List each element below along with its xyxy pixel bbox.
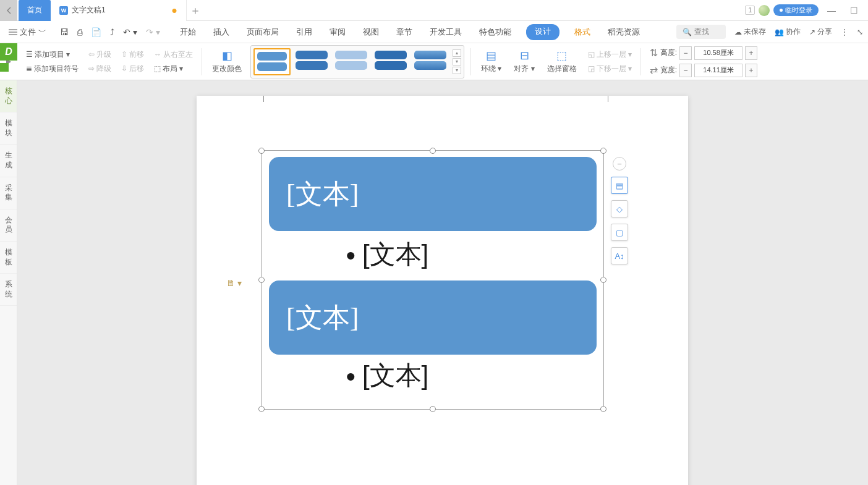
window-maximize[interactable]: ☐ bbox=[845, 6, 863, 15]
window-minimize[interactable]: — bbox=[822, 6, 841, 15]
add-bullet-button[interactable]: ≣ 添加项目符号 bbox=[26, 64, 79, 74]
smartart-block-2[interactable]: [文本] bbox=[269, 280, 597, 355]
smartart-bullet-2[interactable]: ●[文本] bbox=[346, 358, 428, 393]
move-down-button[interactable]: ⇩ 后移 bbox=[121, 64, 144, 74]
more-menu[interactable]: ⋮ bbox=[841, 28, 848, 36]
export-icon[interactable]: ⤴ bbox=[110, 27, 114, 37]
select-pane-button[interactable]: ⬚选择窗格 bbox=[543, 49, 581, 74]
smartart-bullet-1[interactable]: ●[文本] bbox=[346, 237, 428, 272]
new-tab-button[interactable]: ＋ bbox=[187, 3, 204, 18]
expand-icon[interactable]: ⤡ bbox=[857, 28, 863, 36]
wrap-tight-button[interactable]: ▢ bbox=[611, 224, 628, 241]
height-label: 高度: bbox=[660, 48, 677, 58]
resize-handle-sw[interactable] bbox=[258, 406, 265, 412]
width-label: 宽度: bbox=[660, 65, 677, 75]
change-color-button[interactable]: ◧ 更改颜色 bbox=[208, 49, 245, 74]
save-icon[interactable]: 🖫 bbox=[60, 27, 69, 37]
menu-特色功能[interactable]: 特色功能 bbox=[477, 24, 514, 40]
sidebar-item-0[interactable]: 核心 bbox=[0, 80, 17, 112]
gallery-scroll-0[interactable]: ▴ bbox=[453, 49, 461, 57]
unsaved-link[interactable]: ☁ 未保存 bbox=[734, 27, 766, 37]
app-logo[interactable]: D bbox=[0, 43, 17, 61]
wrap-behind-button[interactable]: A↕ bbox=[611, 247, 628, 264]
collab-link[interactable]: 👥 协作 bbox=[775, 27, 801, 37]
gallery-scroll-1[interactable]: ▾ bbox=[453, 58, 461, 65]
bring-forward-button[interactable]: ◱ 上移一层 ▾ bbox=[588, 49, 632, 60]
menu-稻壳资源[interactable]: 稻壳资源 bbox=[605, 24, 642, 40]
gallery-style-1[interactable] bbox=[253, 48, 291, 75]
canvas[interactable]: 🗎 ▾ [文本] ●[文本] [文本] ●[文本] − ▤ ◇ ▢ A↕ bbox=[17, 80, 868, 485]
wrap-button[interactable]: ▤环绕 ▾ bbox=[477, 49, 505, 74]
promote-button[interactable]: ⇦ 升级 bbox=[88, 49, 111, 60]
menu-开始[interactable]: 开始 bbox=[177, 24, 198, 40]
gallery-scroll-2[interactable]: ▾ bbox=[453, 67, 461, 74]
login-button[interactable]: 临时登录 bbox=[773, 4, 819, 16]
tab-document[interactable]: W 文字文稿1 ● bbox=[51, 0, 187, 21]
width-input[interactable] bbox=[694, 64, 742, 77]
menu-页面布局[interactable]: 页面布局 bbox=[244, 24, 281, 40]
share-link[interactable]: ↗ 分享 bbox=[809, 27, 832, 37]
collapse-button[interactable]: − bbox=[613, 157, 626, 171]
menu-插入[interactable]: 插入 bbox=[211, 24, 232, 40]
gallery-style-3[interactable] bbox=[333, 48, 370, 75]
print-preview-icon[interactable]: ⎙ bbox=[77, 27, 82, 37]
undo-button[interactable]: ↶ ▾ bbox=[123, 27, 137, 37]
width-decrease[interactable]: − bbox=[679, 64, 692, 77]
sidebar-item-1[interactable]: 模块 bbox=[0, 112, 17, 145]
resize-handle-e[interactable] bbox=[600, 277, 606, 283]
print-icon[interactable]: 📄 bbox=[91, 27, 101, 37]
wrap-square-button[interactable]: ◇ bbox=[611, 200, 628, 217]
menu-视图[interactable]: 视图 bbox=[360, 24, 381, 40]
tab-home[interactable]: 首页 bbox=[19, 0, 51, 21]
file-menu[interactable]: 文件 ﹀ bbox=[5, 24, 50, 40]
sidebar-item-6[interactable]: 系统 bbox=[0, 274, 17, 306]
menu-开发工具[interactable]: 开发工具 bbox=[427, 24, 464, 40]
resize-handle-se[interactable] bbox=[600, 406, 606, 412]
resize-handle-nw[interactable] bbox=[258, 148, 265, 154]
align-button[interactable]: ⊟对齐 ▾ bbox=[510, 49, 538, 74]
search-input[interactable]: 🔍 查找 bbox=[676, 25, 726, 39]
sidebar-item-4[interactable]: 会员 bbox=[0, 209, 17, 242]
smartart-selection[interactable]: [文本] ●[文本] [文本] ●[文本] − ▤ ◇ ▢ A↕ bbox=[261, 150, 604, 410]
height-input[interactable] bbox=[694, 46, 742, 60]
menu-章节[interactable]: 章节 bbox=[394, 24, 415, 40]
select-pane-icon: ⬚ bbox=[556, 49, 567, 62]
sidebar-item-5[interactable]: 模板 bbox=[0, 242, 17, 274]
menu-引用[interactable]: 引用 bbox=[294, 24, 315, 40]
redo-button[interactable]: ↷ ▾ bbox=[146, 27, 160, 37]
chevron-left-icon bbox=[6, 7, 11, 14]
height-increase[interactable]: + bbox=[745, 46, 757, 60]
resize-handle-w[interactable] bbox=[258, 277, 265, 283]
move-up-button[interactable]: ⇧ 前移 bbox=[121, 49, 144, 60]
search-placeholder: 查找 bbox=[694, 27, 709, 37]
demote-button[interactable]: ⇨ 降级 bbox=[88, 64, 111, 74]
wrap-inline-button[interactable]: ▤ bbox=[611, 177, 628, 194]
layout-button[interactable]: ⬚ 布局 ▾ bbox=[154, 64, 193, 74]
rtl-button[interactable]: ↔ 从右至左 bbox=[154, 49, 193, 60]
sidebar-item-3[interactable]: 采集 bbox=[0, 177, 17, 209]
send-backward-button[interactable]: ◲ 下移一层 ▾ bbox=[588, 64, 632, 74]
page[interactable]: 🗎 ▾ [文本] ●[文本] [文本] ●[文本] − ▤ ◇ ▢ A↕ bbox=[197, 96, 688, 485]
back-strip[interactable] bbox=[0, 0, 17, 21]
height-decrease[interactable]: − bbox=[679, 46, 692, 60]
gallery-style-2[interactable] bbox=[293, 48, 330, 75]
align-icon: ⊟ bbox=[520, 49, 529, 62]
smartart-block-1[interactable]: [文本] bbox=[269, 157, 597, 231]
resize-handle-n[interactable] bbox=[430, 148, 436, 154]
avatar[interactable] bbox=[759, 5, 770, 16]
menu-审阅[interactable]: 审阅 bbox=[327, 24, 348, 40]
word-file-icon: W bbox=[59, 6, 68, 15]
menu-格式[interactable]: 格式 bbox=[572, 24, 593, 40]
gallery-style-5[interactable] bbox=[412, 48, 449, 75]
sidebar-item-2[interactable]: 生成 bbox=[0, 145, 17, 177]
width-increase[interactable]: + bbox=[745, 64, 757, 77]
resize-handle-s[interactable] bbox=[430, 406, 436, 412]
menu-设计[interactable]: 设计 bbox=[526, 24, 560, 40]
search-icon: 🔍 bbox=[683, 28, 692, 36]
gallery-style-4[interactable] bbox=[372, 48, 409, 75]
chevron-down-icon: ﹀ bbox=[38, 27, 46, 38]
notification-badge[interactable]: 1 bbox=[745, 6, 755, 15]
add-item-button[interactable]: ☰ 添加项目 ▾ bbox=[26, 49, 79, 60]
paragraph-options-button[interactable]: 🗎 ▾ bbox=[226, 278, 242, 288]
resize-handle-ne[interactable] bbox=[600, 148, 606, 154]
